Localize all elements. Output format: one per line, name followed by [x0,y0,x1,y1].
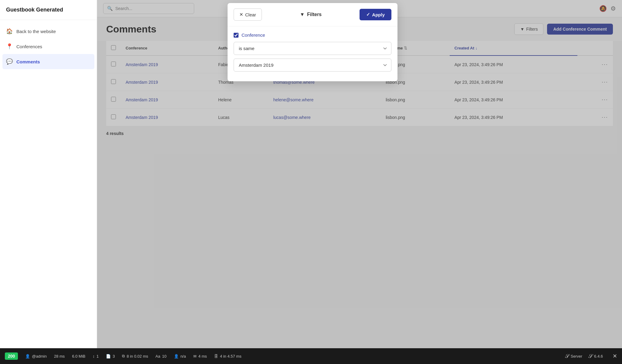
apply-label: Apply [372,12,385,17]
conference-filter-label: Conference [242,32,265,38]
main-content: 🔍 🔕 ⚙ Comments ▼ Filters Add Conference … [97,0,622,348]
apply-filter-button[interactable]: ✓ Apply [360,9,391,20]
db-status: 🗄 4 in 4.57 ms [214,354,242,359]
pages-icon: 📄 [106,354,111,359]
status-bar: 200 👤 @admin 28 ms 6.0 MiB ↕ 1 📄 3 ⧉ 8 i… [0,348,622,364]
user2-status: 👤 n/a [174,354,186,359]
filter-modal-title: ▼ Filters [265,12,356,17]
sidebar-item-label-back: Back to the website [16,29,56,34]
filter-conference-row: Conference [234,32,391,38]
db-icon: 🗄 [214,354,218,359]
clear-label: Clear [245,12,256,17]
layers-icon: ⧉ [122,354,125,359]
http-status-badge: 200 [5,352,18,360]
queries-status: ⧉ 8 in 0.02 ms [122,354,148,359]
email-status: ✉ 4 ms [193,354,207,359]
pin-icon: 📍 [6,43,13,50]
status-close-button[interactable]: ✕ [613,353,617,359]
condition-select[interactable]: is same is not contains [234,42,391,55]
io-status: ↕ 1 [93,354,99,359]
filter-modal-body: Conference is same is not contains Amste… [228,26,397,81]
sidebar-item-conferences[interactable]: 📍 Conferences [0,39,97,54]
value-select[interactable]: Amsterdam 2019 Berlin 2020 Paris 2021 [234,59,391,72]
filter-modal-header: ✕ Clear ▼ Filters ✓ Apply [228,3,397,26]
sidebar-item-label-conferences: Conferences [16,44,42,49]
filters-title-text: Filters [307,12,322,17]
env-status: 𝒮 Server [565,353,582,359]
sidebar-item-back[interactable]: 🏠 Back to the website [0,24,97,39]
checkmark-icon: ✓ [366,12,370,17]
conference-filter-checkbox[interactable] [234,33,238,38]
comment-icon: 💬 [6,58,13,65]
filter-funnel-icon: ▼ [300,12,305,17]
version-status: 𝒮 6.4.6 [588,353,603,359]
time-status: 28 ms [54,354,65,359]
x-icon: ✕ [239,12,243,17]
symfony-logo2: 𝒮 [588,353,592,359]
sidebar-item-label-comments: Comments [16,59,40,64]
filter-modal: ✕ Clear ▼ Filters ✓ Apply Conference [228,3,397,81]
user-status: 👤 @admin [25,354,47,359]
io-icon: ↕ [93,354,95,359]
user-icon: 👤 [25,354,30,359]
sidebar-nav: 🏠 Back to the website 📍 Conferences 💬 Co… [0,20,97,73]
clear-filter-button[interactable]: ✕ Clear [234,8,262,21]
email-icon: ✉ [193,354,197,359]
user2-icon: 👤 [174,354,179,359]
status-right: 𝒮 Server 𝒮 6.4.6 ✕ [565,353,617,359]
home-icon: 🏠 [6,28,13,35]
memory-status: 6.0 MiB [72,354,85,359]
sidebar-item-comments[interactable]: 💬 Comments [2,54,94,69]
pages-status: 📄 3 [106,354,115,359]
app-title: Guestbook Generated [0,0,97,20]
trans-icon: Aa [155,354,160,359]
symfony-logo: 𝒮 [565,353,569,359]
trans-status: Aa 10 [155,354,166,359]
